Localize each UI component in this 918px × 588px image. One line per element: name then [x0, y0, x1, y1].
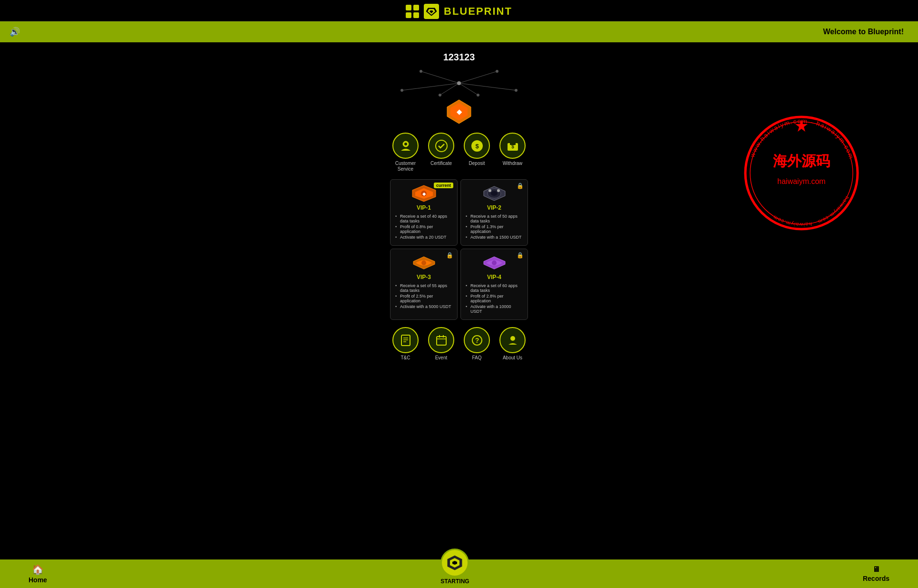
event-icon[interactable]	[428, 327, 454, 353]
lock-icon: 🔒	[446, 252, 453, 259]
vip3-icon	[395, 254, 452, 272]
svg-line-4	[459, 71, 497, 83]
svg-point-20	[404, 143, 407, 145]
svg-rect-44	[437, 337, 446, 345]
aboutus-label: About Us	[503, 355, 522, 360]
vip3-card[interactable]: 🔒 VIP-3 Receive a set of 55 apps data ta…	[390, 249, 458, 320]
svg-text:haiwaiym.com · haiwaiym.com: haiwaiym.com · haiwaiym.com	[772, 195, 850, 228]
logo-container: BLUEPRINT	[406, 4, 512, 19]
tandc-icon[interactable]	[392, 327, 419, 353]
svg-point-50	[510, 336, 515, 341]
grid-icon[interactable]	[406, 5, 419, 18]
center-panel: 123123 ◆	[390, 52, 528, 365]
customer-service-item[interactable]: Customer Service	[390, 133, 421, 172]
vip2-details: Receive a set of 50 apps data tasks Prof…	[466, 214, 523, 240]
svg-point-39	[492, 260, 497, 265]
starting-nav-item[interactable]: STARTING	[440, 563, 469, 585]
home-label: Home	[29, 576, 47, 584]
bottom-icons-row: T&C Event ?	[390, 327, 528, 360]
vip-badge: ◆	[445, 97, 473, 128]
vip4-title: VIP-4	[466, 274, 523, 280]
customer-service-icon[interactable]	[392, 133, 419, 159]
vip3-details: Receive a set of 55 apps data tasks Prof…	[395, 283, 452, 309]
svg-point-15	[457, 81, 461, 85]
withdraw-item[interactable]: $ Withdraw	[497, 133, 528, 172]
vip4-icon	[466, 254, 523, 272]
starting-label: STARTING	[440, 578, 469, 585]
username: 123123	[443, 52, 475, 63]
svg-text:haiwaiym.com: haiwaiym.com	[777, 177, 825, 185]
svg-point-33	[491, 191, 498, 196]
customer-service-label: Customer Service	[390, 161, 421, 172]
sound-icon[interactable]: 🔊	[10, 27, 20, 37]
svg-point-35	[497, 189, 500, 192]
svg-point-13	[439, 94, 441, 96]
withdraw-label: Withdraw	[503, 161, 523, 166]
event-label: Event	[435, 355, 448, 360]
lock-icon: 🔒	[517, 183, 524, 189]
records-label: Records	[863, 575, 889, 582]
vip1-details: Receive a set of 40 apps data tasks Prof…	[395, 214, 452, 240]
svg-point-34	[488, 189, 491, 192]
starting-button[interactable]	[440, 549, 469, 577]
records-icon: 🖥	[872, 565, 880, 574]
svg-point-37	[421, 260, 426, 265]
welcome-text: Welcome to Blueprint!	[823, 28, 904, 36]
vip2-card[interactable]: 🔒 VIP-2 Receive a set of 50 apps data ta…	[460, 179, 528, 246]
current-badge: current	[434, 183, 453, 188]
vip2-title: VIP-2	[466, 204, 523, 211]
svg-rect-40	[401, 335, 410, 346]
svg-point-51	[745, 117, 858, 229]
deposit-label: Deposit	[469, 161, 485, 166]
tandc-item[interactable]: T&C	[390, 327, 421, 360]
certificate-item[interactable]: Certificate	[426, 133, 457, 172]
certificate-label: Certificate	[430, 161, 452, 166]
svg-point-52	[750, 122, 853, 224]
logo-text: BLUEPRINT	[444, 5, 512, 18]
bottom-nav: 🏠 Home STARTING 🖥 Records	[0, 559, 918, 588]
network-graphic	[392, 67, 526, 100]
svg-point-10	[496, 70, 498, 73]
header-bar: 🔊 Welcome to Blueprint!	[0, 21, 918, 42]
svg-point-9	[420, 70, 422, 73]
vip2-icon	[466, 184, 523, 202]
top-nav: BLUEPRINT	[0, 0, 918, 21]
vip3-title: VIP-3	[395, 274, 452, 280]
svg-point-12	[515, 89, 518, 92]
aboutus-icon[interactable]	[499, 327, 526, 353]
svg-text:$: $	[511, 144, 514, 149]
svg-text:海外源码: 海外源码	[773, 153, 830, 169]
vip4-card[interactable]: 🔒 VIP-4 Receive a set of 60 apps data ta…	[460, 249, 528, 320]
logo-box	[424, 4, 439, 19]
lock-icon: 🔒	[517, 252, 524, 259]
svg-text:◆: ◆	[456, 108, 462, 116]
svg-text:?: ?	[475, 337, 479, 344]
event-item[interactable]: Event	[426, 327, 457, 360]
svg-point-21	[436, 140, 447, 152]
svg-text:$: $	[475, 143, 479, 150]
faq-label: FAQ	[472, 355, 481, 360]
svg-line-5	[402, 83, 459, 90]
svg-text:www.haiwaiym.com · haiwaiym.co: www.haiwaiym.com · haiwaiym.com	[748, 117, 855, 161]
watermark-stamp: www.haiwaiym.com · haiwaiym.com haiwaiym…	[742, 114, 861, 232]
main-content: 123123 ◆	[0, 42, 918, 375]
vip1-title: VIP-1	[395, 204, 452, 211]
faq-icon[interactable]: ?	[464, 327, 490, 353]
svg-point-11	[400, 89, 403, 92]
vip1-card[interactable]: current ◆ VIP-1 Receive a set of 40 apps…	[390, 179, 458, 246]
svg-line-6	[459, 83, 516, 90]
withdraw-icon[interactable]: $	[499, 133, 526, 159]
deposit-item[interactable]: $ Deposit	[461, 133, 492, 172]
certificate-icon[interactable]	[428, 133, 454, 159]
vip-cards-grid: current ◆ VIP-1 Receive a set of 40 apps…	[390, 179, 528, 320]
records-nav-item[interactable]: 🖥 Records	[863, 565, 889, 582]
action-icons-row: Customer Service Certificate $	[390, 133, 528, 172]
svg-line-3	[421, 71, 459, 83]
aboutus-item[interactable]: About Us	[497, 327, 528, 360]
deposit-icon[interactable]: $	[464, 133, 490, 159]
svg-text:◆: ◆	[421, 192, 426, 196]
home-nav-item[interactable]: 🏠 Home	[29, 564, 47, 584]
svg-marker-57	[795, 119, 808, 132]
faq-item[interactable]: ? FAQ	[461, 327, 492, 360]
home-icon: 🏠	[32, 564, 44, 575]
